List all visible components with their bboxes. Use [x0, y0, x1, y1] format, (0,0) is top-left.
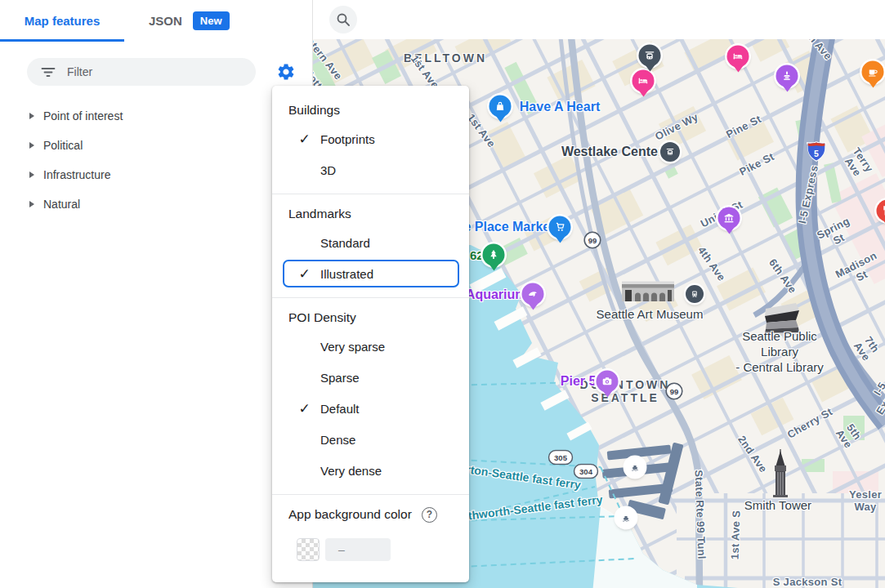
app-background-label: App background color — [288, 507, 412, 522]
option-illustrated[interactable]: ✓Illustrated — [272, 258, 469, 289]
street-label: Pine St — [724, 113, 763, 140]
tab-bar: Map features JSON New — [0, 0, 312, 42]
restaurant-icon[interactable] — [877, 200, 885, 222]
svg-text:99: 99 — [670, 387, 679, 396]
option-label: Default — [320, 402, 360, 416]
street-label: I-5 Express — [863, 368, 885, 417]
option-default[interactable]: ✓Default — [272, 393, 469, 424]
monorail-icon[interactable] — [660, 142, 680, 162]
poi-label[interactable]: Westlake Center — [561, 145, 663, 159]
magnifier-icon — [336, 12, 351, 27]
filter-row — [27, 58, 286, 86]
feature-label: Natural — [43, 198, 80, 211]
station-icon[interactable] — [686, 285, 704, 303]
option-3d[interactable]: 3D — [272, 154, 469, 185]
triangle-right-icon — [29, 201, 34, 207]
tab-map-features[interactable]: Map features — [0, 0, 124, 42]
landmark-label: Seattle Art Museum — [597, 306, 704, 322]
check-icon: ✓ — [297, 265, 312, 283]
triangle-right-icon — [29, 113, 34, 119]
landmark-label: Seattle Public Library - Central Library — [727, 328, 833, 375]
feature-row-infrastructure[interactable]: Infrastructure — [0, 160, 313, 189]
option-standard[interactable]: Standard — [272, 227, 469, 258]
bed-icon[interactable] — [727, 46, 749, 68]
app-background-row: App background color ? — [272, 501, 469, 528]
check-icon: ✓ — [297, 400, 312, 417]
route-shield-99: 99 — [665, 382, 684, 404]
new-badge: New — [193, 11, 230, 30]
street-label: Spring St — [808, 212, 863, 256]
street-label: Madison St — [834, 249, 884, 292]
option-label: Very sparse — [320, 340, 385, 354]
feature-list: Point of interestPoliticalInfrastructure… — [0, 101, 313, 219]
settings-sections: Buildings✓Footprints3DLandmarksStandard✓… — [272, 97, 469, 486]
transparent-swatch[interactable] — [297, 538, 320, 561]
filter-pill[interactable] — [27, 58, 256, 86]
cart-icon[interactable] — [549, 216, 571, 238]
tree-icon[interactable] — [483, 244, 505, 266]
option-footprints[interactable]: ✓Footprints — [272, 123, 469, 154]
tab-map-features-label: Map features — [25, 14, 101, 28]
bank-icon[interactable] — [718, 207, 740, 229]
funnel-icon — [41, 65, 56, 79]
seattle-art-museum-illustration — [621, 276, 675, 307]
option-label: Footprints — [320, 132, 375, 146]
camera-icon[interactable] — [597, 371, 619, 393]
street-label: 2nd Ave — [735, 434, 770, 475]
monorail-icon[interactable] — [639, 45, 661, 67]
filter-input[interactable] — [67, 65, 230, 78]
divider — [272, 297, 469, 298]
option-very-sparse[interactable]: Very sparse — [272, 331, 469, 362]
street-label: Cherry St — [785, 405, 835, 441]
ferry-icon[interactable] — [625, 457, 645, 477]
option-label: 3D — [320, 163, 336, 177]
check-icon: ✓ — [297, 131, 312, 148]
route-shield-5: 5 — [806, 140, 827, 167]
route-shield-99: 99 — [583, 231, 602, 253]
svg-text:304: 304 — [579, 467, 593, 476]
dolphin-icon[interactable] — [522, 283, 544, 305]
option-label: Sparse — [320, 371, 360, 385]
tab-json[interactable]: JSON New — [149, 0, 230, 42]
feature-row-political[interactable]: Political — [0, 131, 313, 160]
section-title: Landmarks — [272, 201, 469, 227]
section-title: Buildings — [272, 97, 469, 123]
option-dense[interactable]: Dense — [272, 424, 469, 455]
street-label: 7th Ave — [851, 332, 883, 363]
museum-icon[interactable] — [776, 65, 798, 87]
option-very-dense[interactable]: Very dense — [272, 455, 469, 486]
help-icon[interactable]: ? — [422, 507, 437, 523]
ferry-icon[interactable] — [616, 508, 636, 528]
landmark-label: Smith Tower — [744, 497, 811, 513]
feature-label: Political — [43, 139, 83, 152]
color-value-field[interactable]: – — [325, 538, 391, 561]
svg-text:305: 305 — [554, 453, 568, 462]
tab-json-label: JSON — [149, 14, 182, 28]
svg-text:99: 99 — [588, 236, 597, 245]
bag-icon[interactable] — [489, 96, 512, 118]
sidebar: Map features JSON New — [0, 0, 313, 588]
feature-row-natural[interactable]: Natural — [0, 189, 313, 219]
search-button[interactable] — [329, 6, 357, 33]
street-label: S Jackson St — [773, 576, 843, 588]
feature-row-point-of-interest[interactable]: Point of interest — [0, 101, 313, 131]
gear-icon[interactable] — [276, 62, 296, 82]
svg-text:5: 5 — [814, 149, 819, 158]
street-label: Yesler Way — [849, 488, 882, 513]
poi-label[interactable]: Have A Heart — [520, 100, 600, 114]
feature-label: Point of interest — [43, 109, 123, 122]
divider — [272, 494, 469, 495]
coffee-icon[interactable] — [862, 61, 884, 83]
street-label: 5th Ave — [829, 413, 869, 457]
map-toolbar — [314, 0, 885, 39]
section-title: POI Density — [272, 305, 469, 331]
gear-icon-svg — [276, 62, 296, 82]
street-label: 1st Ave S — [728, 510, 742, 560]
option-label: Illustrated — [320, 267, 373, 281]
route-shield-304: 304 — [574, 464, 599, 483]
map-settings-popover: Buildings✓Footprints3DLandmarksStandard✓… — [272, 86, 469, 582]
option-label: Standard — [320, 236, 370, 250]
divider — [272, 194, 469, 194]
option-sparse[interactable]: Sparse — [272, 362, 469, 393]
feature-label: Infrastructure — [43, 168, 110, 181]
